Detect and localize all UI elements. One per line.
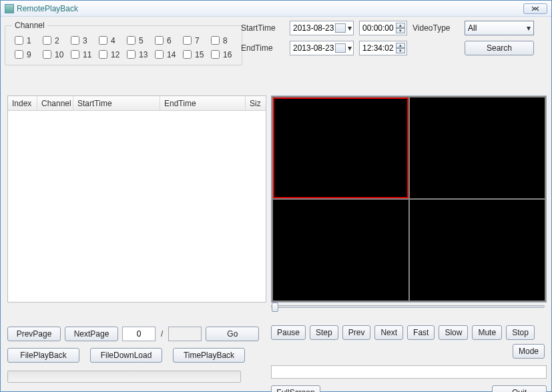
col-starttime[interactable]: StartTime (73, 96, 160, 110)
channel-legend: Channel (12, 21, 47, 30)
filedownload-button[interactable]: FileDownLoad (90, 348, 162, 363)
remote-playback-window: RemotePlayBack Channel 1 2 3 4 5 6 7 8 9… (0, 0, 552, 392)
calendar-icon (335, 23, 346, 33)
channel-2[interactable]: 2 (40, 34, 67, 47)
channel-10[interactable]: 10 (40, 48, 67, 61)
prev-button[interactable]: Prev (342, 325, 371, 340)
fileplayback-button[interactable]: FilePlayBack (7, 348, 79, 363)
spinner-icon[interactable]: ▴▾ (396, 23, 405, 33)
channel-1[interactable]: 1 (12, 34, 39, 47)
channel-11[interactable]: 11 (68, 48, 95, 61)
endtime-label: EndTime (241, 43, 284, 53)
chevron-down-icon: ▾ (348, 43, 352, 53)
file-buttons: FilePlayBack FileDownLoad TimePlayBack (7, 348, 266, 363)
window-title: RemotePlayBack (17, 4, 78, 13)
table-body (8, 111, 266, 302)
quit-button[interactable]: Quit (492, 385, 547, 392)
video-cell-4[interactable] (410, 200, 545, 301)
chevron-down-icon: ▾ (527, 23, 531, 33)
slider-track[interactable] (271, 305, 545, 308)
channel-7[interactable]: 7 (180, 34, 207, 47)
fullscreen-button[interactable]: FullScreen (271, 385, 320, 392)
next-button[interactable]: Next (374, 325, 403, 340)
channel-15[interactable]: 15 (180, 48, 207, 61)
status-strip (271, 365, 547, 379)
col-size[interactable]: Siz (246, 96, 266, 110)
app-icon (5, 4, 14, 13)
page-total (168, 327, 202, 341)
table-header: Index Channel StartTime EndTime Siz (8, 96, 266, 111)
slow-button[interactable]: Slow (439, 325, 468, 340)
page-separator: / (160, 329, 164, 339)
download-progress (7, 371, 241, 383)
end-time-input[interactable]: 12:34:02 ▴▾ (359, 41, 407, 55)
mute-button[interactable]: Mute (472, 325, 502, 340)
video-cell-2[interactable] (410, 97, 545, 198)
results-table[interactable]: Index Channel StartTime EndTime Siz (7, 95, 266, 303)
col-channel[interactable]: Channel (37, 96, 73, 110)
step-button[interactable]: Step (310, 325, 338, 340)
content-area: Channel 1 2 3 4 5 6 7 8 9 10 11 12 13 14… (1, 17, 551, 391)
timeplayback-button[interactable]: TimePlayBack (173, 348, 245, 363)
page-current-input[interactable] (122, 327, 156, 341)
channel-row-2: 9 10 11 12 13 14 15 16 (12, 48, 235, 61)
playback-controls: Pause Step Prev Next Fast Slow Mute Stop… (271, 325, 545, 359)
nextpage-button[interactable]: NextPage (65, 327, 118, 341)
channel-group: Channel 1 2 3 4 5 6 7 8 9 10 11 12 13 14… (5, 21, 242, 65)
channel-5[interactable]: 5 (124, 34, 151, 47)
channel-9[interactable]: 9 (12, 48, 39, 61)
playback-slider[interactable] (271, 305, 545, 308)
col-index[interactable]: Index (8, 96, 37, 110)
channel-3[interactable]: 3 (68, 34, 95, 47)
videotype-label: VideoType (412, 23, 459, 33)
search-button[interactable]: Search (465, 41, 534, 55)
channel-16[interactable]: 16 (208, 48, 235, 61)
titlebar: RemotePlayBack (1, 1, 551, 17)
close-icon (531, 6, 540, 11)
fast-button[interactable]: Fast (407, 325, 435, 340)
time-search-panel: StartTime 2013-08-23 ▾ 00:00:00 ▴▾ Video… (241, 21, 545, 61)
slider-thumb[interactable] (272, 303, 278, 312)
chevron-down-icon: ▾ (348, 23, 352, 33)
start-time-input[interactable]: 00:00:00 ▴▾ (359, 21, 407, 35)
starttime-label: StartTime (241, 23, 284, 33)
calendar-icon (335, 43, 346, 53)
video-cell-1[interactable] (273, 97, 408, 198)
stop-button[interactable]: Stop (506, 325, 535, 340)
spinner-icon[interactable]: ▴▾ (396, 43, 405, 53)
video-grid (271, 95, 547, 303)
videotype-select[interactable]: All ▾ (465, 21, 534, 35)
channel-14[interactable]: 14 (152, 48, 179, 61)
channel-6[interactable]: 6 (152, 34, 179, 47)
channel-8[interactable]: 8 (208, 34, 235, 47)
result-panel: Index Channel StartTime EndTime Siz Prev… (7, 95, 266, 383)
pause-button[interactable]: Pause (271, 325, 306, 340)
channel-4[interactable]: 4 (96, 34, 123, 47)
channel-row-1: 1 2 3 4 5 6 7 8 (12, 34, 235, 47)
pager: PrevPage NextPage / Go (7, 327, 266, 341)
close-button[interactable] (523, 3, 547, 14)
channel-12[interactable]: 12 (96, 48, 123, 61)
col-endtime[interactable]: EndTime (160, 96, 246, 110)
video-panel: Pause Step Prev Next Fast Slow Mute Stop… (271, 95, 545, 392)
mode-button[interactable]: Mode (513, 344, 545, 359)
channel-13[interactable]: 13 (124, 48, 151, 61)
video-cell-3[interactable] (273, 200, 408, 301)
start-date-input[interactable]: 2013-08-23 ▾ (290, 21, 354, 35)
go-button[interactable]: Go (206, 327, 259, 341)
end-date-input[interactable]: 2013-08-23 ▾ (290, 41, 354, 55)
prevpage-button[interactable]: PrevPage (7, 327, 61, 341)
